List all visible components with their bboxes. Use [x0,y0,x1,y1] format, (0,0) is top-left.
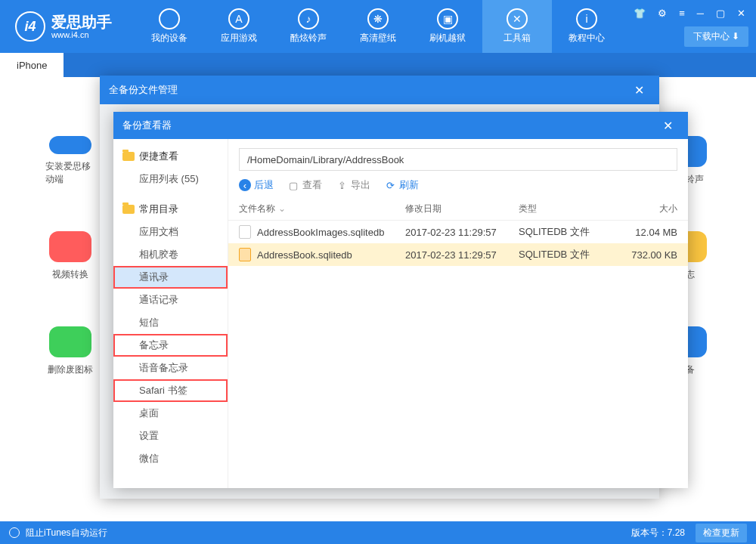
view-button[interactable]: ▢查看 [287,178,322,192]
menu-icon[interactable]: ≡ [676,6,688,20]
dialog-title: 全备份文件管理 [109,83,178,97]
nav-icon: ✕ [507,8,528,29]
version-label: 版本号：7.28 [631,527,685,539]
eye-icon: ▢ [287,179,299,191]
download-center-button[interactable]: 下载中心 ⬇ [684,26,748,47]
file-type: SQLITEDB 文件 [519,225,609,239]
shirt-icon[interactable]: 👕 [631,6,649,20]
nav-item-1[interactable]: A应用游戏 [204,0,274,53]
titlebar: i4 爱思助手 www.i4.cn 我的设备A应用游戏♪酷炫铃声❋高清壁纸▣刷机… [0,0,756,53]
tab-strip: iPhone [0,53,756,77]
minimize-icon[interactable]: ─ [694,6,707,20]
nav-item-6[interactable]: i教程中心 [552,0,621,53]
sidebar-item[interactable]: 桌面 [113,402,228,425]
nav-item-3[interactable]: ❋高清壁纸 [343,0,413,53]
file-panel: /HomeDomain/Library/AddressBook ‹后退 ▢查看 … [228,139,688,488]
file-icon [239,248,251,261]
close-icon[interactable]: ✕ [628,80,650,100]
file-row[interactable]: AddressBook.sqlitedb2017-02-23 11:29:57S… [228,243,688,266]
logo-en: www.i4.cn [51,30,112,39]
sidebar-item[interactable]: 设置 [113,425,228,447]
gear-icon[interactable]: ⚙ [655,6,670,20]
sidebar-item[interactable]: 通讯录 [113,266,228,289]
folder-icon [122,152,135,161]
maximize-icon[interactable]: ▢ [713,6,728,20]
path-input[interactable]: /HomeDomain/Library/AddressBook [239,148,677,171]
nav-icon: A [228,8,249,29]
tab-iphone[interactable]: iPhone [0,53,64,77]
export-icon: ⇪ [336,179,348,191]
nav-item-2[interactable]: ♪酷炫铃声 [274,0,343,53]
export-button[interactable]: ⇪导出 [336,178,370,192]
nav-label: 工具箱 [503,32,531,45]
sidebar-section-quick[interactable]: 便捷查看 [113,145,228,168]
status-text[interactable]: 阻止iTunes自动运行 [26,527,107,539]
col-date[interactable]: 修改日期 [405,202,519,215]
sidebar-item[interactable]: 短信 [113,311,228,334]
file-size: 732.00 KB [609,249,677,261]
nav-item-0[interactable]: 我的设备 [135,0,204,53]
logo-zh: 爱思助手 [51,14,112,30]
nav-icon: i [576,8,597,29]
file-type: SQLITEDB 文件 [519,248,609,261]
file-date: 2017-02-23 11:29:57 [405,227,519,238]
nav-icon: ▣ [437,8,458,29]
sidebar-section-common[interactable]: 常用目录 [113,198,228,221]
col-type[interactable]: 类型 [519,202,609,215]
circle-icon [9,527,20,538]
col-name[interactable]: 文件名称⌄ [239,202,405,215]
backup-viewer-dialog: 备份查看器 ✕ 便捷查看 应用列表 (55) 常用目录 应用文档相机胶卷通讯录通… [113,112,688,488]
sidebar-item[interactable]: 备忘录 [113,334,228,357]
file-name: AddressBook.sqlitedb [257,249,352,261]
nav-icon [159,8,180,29]
sidebar-item[interactable]: 相机胶卷 [113,243,228,266]
file-list-header: 文件名称⌄ 修改日期 类型 大小 [228,198,688,221]
sidebar-item-apps[interactable]: 应用列表 (55) [113,168,228,190]
sidebar-item[interactable]: Safari 书签 [113,379,228,402]
sidebar-item[interactable]: 应用文档 [113,221,228,243]
nav-item-4[interactable]: ▣刷机越狱 [413,0,482,53]
check-update-button[interactable]: 检查更新 [696,524,747,542]
nav-label: 刷机越狱 [429,32,466,45]
file-name: AddressBookImages.sqlitedb [257,227,384,238]
folder-icon [122,205,135,214]
close-icon[interactable]: ✕ [734,6,748,20]
logo[interactable]: i4 爱思助手 www.i4.cn [8,11,119,42]
refresh-icon: ⟳ [384,179,396,191]
window-controls: 👕 ⚙ ≡ ─ ▢ ✕ [631,6,748,20]
nav-icon: ♪ [298,8,319,29]
sidebar-item[interactable]: 通话记录 [113,289,228,311]
nav-item-5[interactable]: ✕工具箱 [482,0,552,53]
file-size: 12.04 MB [609,227,677,238]
close-icon[interactable]: ✕ [657,116,679,136]
toolbar: ‹后退 ▢查看 ⇪导出 ⟳刷新 [228,175,688,198]
refresh-button[interactable]: ⟳刷新 [384,178,419,192]
nav-label: 应用游戏 [221,32,257,45]
file-date: 2017-02-23 11:29:57 [405,249,519,261]
file-row[interactable]: AddressBookImages.sqlitedb2017-02-23 11:… [228,221,688,243]
sidebar-item[interactable]: 语音备忘录 [113,357,228,379]
nav-label: 我的设备 [151,32,187,45]
sidebar: 便捷查看 应用列表 (55) 常用目录 应用文档相机胶卷通讯录通话记录短信备忘录… [113,139,228,488]
sidebar-item[interactable]: 微信 [113,447,228,470]
main-nav: 我的设备A应用游戏♪酷炫铃声❋高清壁纸▣刷机越狱✕工具箱i教程中心 [135,0,621,53]
nav-label: 教程中心 [569,32,605,45]
dialog-title: 备份查看器 [122,119,172,132]
nav-label: 高清壁纸 [360,32,396,45]
col-size[interactable]: 大小 [609,202,677,215]
download-icon: ⬇ [732,31,739,42]
sort-icon: ⌄ [278,203,286,214]
arrow-left-icon: ‹ [239,179,251,191]
file-icon [239,225,251,239]
nav-label: 酷炫铃声 [290,32,327,45]
status-bar: 阻止iTunes自动运行 版本号：7.28 检查更新 [0,521,756,544]
logo-badge: i4 [15,11,45,42]
nav-icon: ❋ [367,8,389,29]
back-button[interactable]: ‹后退 [239,178,274,192]
